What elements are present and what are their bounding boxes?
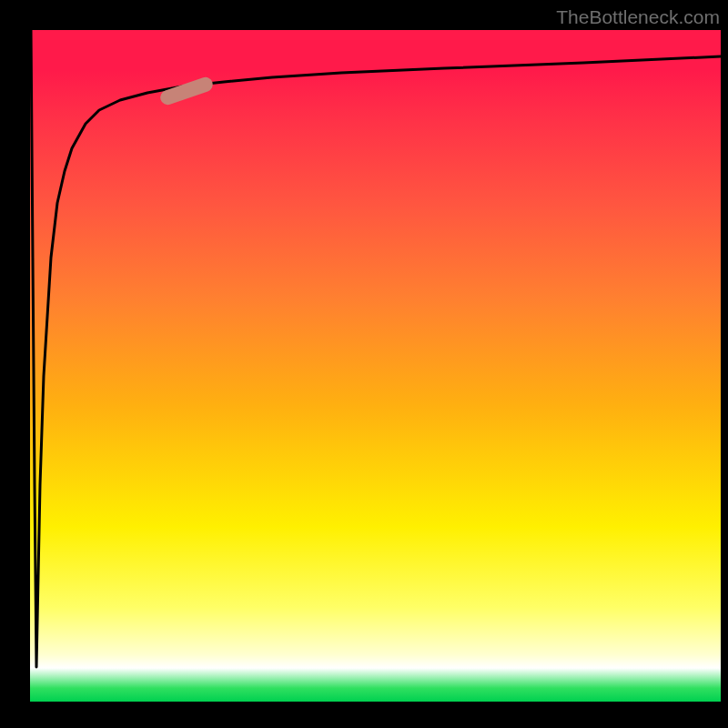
watermark-text: TheBottleneck.com: [556, 6, 720, 28]
bottleneck-curve: [31, 30, 721, 667]
plot-area: [30, 30, 721, 702]
curve-layer: [30, 30, 721, 702]
highlight-segment: [158, 76, 215, 107]
chart-frame: TheBottleneck.com: [0, 0, 728, 728]
